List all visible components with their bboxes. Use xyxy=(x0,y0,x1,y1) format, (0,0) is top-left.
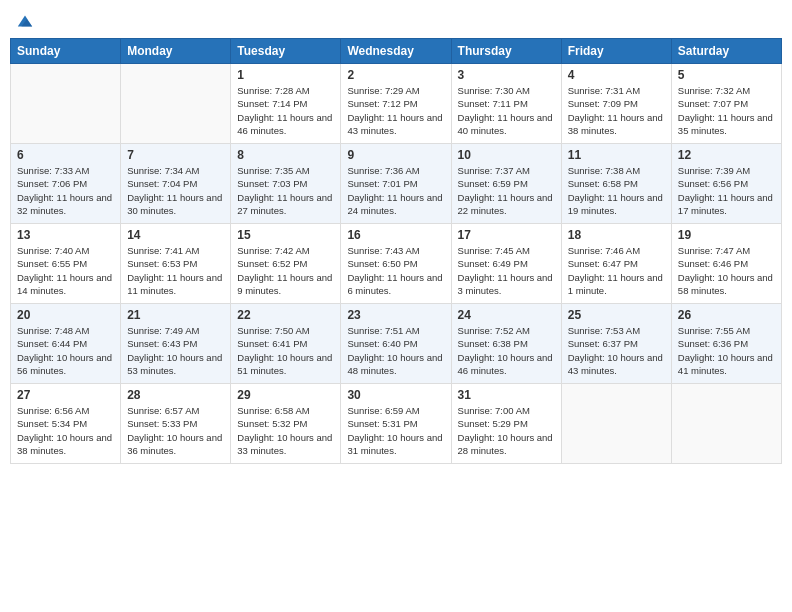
calendar-cell: 16Sunrise: 7:43 AMSunset: 6:50 PMDayligh… xyxy=(341,224,451,304)
day-number: 17 xyxy=(458,228,555,242)
day-info: Sunrise: 7:46 AMSunset: 6:47 PMDaylight:… xyxy=(568,244,665,297)
calendar-cell: 22Sunrise: 7:50 AMSunset: 6:41 PMDayligh… xyxy=(231,304,341,384)
calendar-cell: 9Sunrise: 7:36 AMSunset: 7:01 PMDaylight… xyxy=(341,144,451,224)
day-number: 1 xyxy=(237,68,334,82)
day-number: 23 xyxy=(347,308,444,322)
calendar-cell: 17Sunrise: 7:45 AMSunset: 6:49 PMDayligh… xyxy=(451,224,561,304)
calendar-cell: 12Sunrise: 7:39 AMSunset: 6:56 PMDayligh… xyxy=(671,144,781,224)
calendar-cell: 20Sunrise: 7:48 AMSunset: 6:44 PMDayligh… xyxy=(11,304,121,384)
day-number: 21 xyxy=(127,308,224,322)
calendar-cell: 19Sunrise: 7:47 AMSunset: 6:46 PMDayligh… xyxy=(671,224,781,304)
calendar-cell: 25Sunrise: 7:53 AMSunset: 6:37 PMDayligh… xyxy=(561,304,671,384)
day-number: 28 xyxy=(127,388,224,402)
calendar-cell: 23Sunrise: 7:51 AMSunset: 6:40 PMDayligh… xyxy=(341,304,451,384)
calendar-header-row: SundayMondayTuesdayWednesdayThursdayFrid… xyxy=(11,39,782,64)
calendar-cell xyxy=(561,384,671,464)
calendar-cell: 18Sunrise: 7:46 AMSunset: 6:47 PMDayligh… xyxy=(561,224,671,304)
day-info: Sunrise: 7:32 AMSunset: 7:07 PMDaylight:… xyxy=(678,84,775,137)
day-number: 16 xyxy=(347,228,444,242)
day-number: 5 xyxy=(678,68,775,82)
calendar-week-2: 6Sunrise: 7:33 AMSunset: 7:06 PMDaylight… xyxy=(11,144,782,224)
day-number: 11 xyxy=(568,148,665,162)
calendar-week-3: 13Sunrise: 7:40 AMSunset: 6:55 PMDayligh… xyxy=(11,224,782,304)
day-info: Sunrise: 7:43 AMSunset: 6:50 PMDaylight:… xyxy=(347,244,444,297)
day-number: 12 xyxy=(678,148,775,162)
day-number: 2 xyxy=(347,68,444,82)
day-number: 29 xyxy=(237,388,334,402)
calendar-cell xyxy=(121,64,231,144)
calendar-cell: 15Sunrise: 7:42 AMSunset: 6:52 PMDayligh… xyxy=(231,224,341,304)
day-info: Sunrise: 7:35 AMSunset: 7:03 PMDaylight:… xyxy=(237,164,334,217)
day-number: 20 xyxy=(17,308,114,322)
day-info: Sunrise: 7:51 AMSunset: 6:40 PMDaylight:… xyxy=(347,324,444,377)
calendar-week-1: 1Sunrise: 7:28 AMSunset: 7:14 PMDaylight… xyxy=(11,64,782,144)
day-header-monday: Monday xyxy=(121,39,231,64)
day-number: 30 xyxy=(347,388,444,402)
day-info: Sunrise: 6:57 AMSunset: 5:33 PMDaylight:… xyxy=(127,404,224,457)
day-info: Sunrise: 7:40 AMSunset: 6:55 PMDaylight:… xyxy=(17,244,114,297)
calendar-cell xyxy=(671,384,781,464)
day-info: Sunrise: 7:30 AMSunset: 7:11 PMDaylight:… xyxy=(458,84,555,137)
calendar-cell: 6Sunrise: 7:33 AMSunset: 7:06 PMDaylight… xyxy=(11,144,121,224)
calendar-cell: 26Sunrise: 7:55 AMSunset: 6:36 PMDayligh… xyxy=(671,304,781,384)
day-info: Sunrise: 7:41 AMSunset: 6:53 PMDaylight:… xyxy=(127,244,224,297)
day-number: 24 xyxy=(458,308,555,322)
day-number: 7 xyxy=(127,148,224,162)
day-number: 6 xyxy=(17,148,114,162)
day-number: 3 xyxy=(458,68,555,82)
day-info: Sunrise: 7:48 AMSunset: 6:44 PMDaylight:… xyxy=(17,324,114,377)
day-info: Sunrise: 7:39 AMSunset: 6:56 PMDaylight:… xyxy=(678,164,775,217)
day-number: 10 xyxy=(458,148,555,162)
day-info: Sunrise: 7:33 AMSunset: 7:06 PMDaylight:… xyxy=(17,164,114,217)
day-info: Sunrise: 7:36 AMSunset: 7:01 PMDaylight:… xyxy=(347,164,444,217)
logo-icon xyxy=(16,12,34,30)
calendar-cell: 29Sunrise: 6:58 AMSunset: 5:32 PMDayligh… xyxy=(231,384,341,464)
day-info: Sunrise: 7:52 AMSunset: 6:38 PMDaylight:… xyxy=(458,324,555,377)
day-info: Sunrise: 7:00 AMSunset: 5:29 PMDaylight:… xyxy=(458,404,555,457)
day-number: 22 xyxy=(237,308,334,322)
day-number: 8 xyxy=(237,148,334,162)
day-info: Sunrise: 7:55 AMSunset: 6:36 PMDaylight:… xyxy=(678,324,775,377)
calendar-cell: 2Sunrise: 7:29 AMSunset: 7:12 PMDaylight… xyxy=(341,64,451,144)
calendar-cell: 10Sunrise: 7:37 AMSunset: 6:59 PMDayligh… xyxy=(451,144,561,224)
calendar-cell: 3Sunrise: 7:30 AMSunset: 7:11 PMDaylight… xyxy=(451,64,561,144)
day-header-friday: Friday xyxy=(561,39,671,64)
day-number: 31 xyxy=(458,388,555,402)
calendar-cell: 28Sunrise: 6:57 AMSunset: 5:33 PMDayligh… xyxy=(121,384,231,464)
page-header xyxy=(10,10,782,30)
calendar-cell: 31Sunrise: 7:00 AMSunset: 5:29 PMDayligh… xyxy=(451,384,561,464)
calendar-cell: 8Sunrise: 7:35 AMSunset: 7:03 PMDaylight… xyxy=(231,144,341,224)
day-number: 15 xyxy=(237,228,334,242)
day-number: 25 xyxy=(568,308,665,322)
calendar-cell: 30Sunrise: 6:59 AMSunset: 5:31 PMDayligh… xyxy=(341,384,451,464)
day-info: Sunrise: 7:42 AMSunset: 6:52 PMDaylight:… xyxy=(237,244,334,297)
day-info: Sunrise: 7:29 AMSunset: 7:12 PMDaylight:… xyxy=(347,84,444,137)
day-info: Sunrise: 7:28 AMSunset: 7:14 PMDaylight:… xyxy=(237,84,334,137)
calendar-cell: 1Sunrise: 7:28 AMSunset: 7:14 PMDaylight… xyxy=(231,64,341,144)
calendar-cell: 13Sunrise: 7:40 AMSunset: 6:55 PMDayligh… xyxy=(11,224,121,304)
calendar-table: SundayMondayTuesdayWednesdayThursdayFrid… xyxy=(10,38,782,464)
day-info: Sunrise: 7:38 AMSunset: 6:58 PMDaylight:… xyxy=(568,164,665,217)
day-info: Sunrise: 6:58 AMSunset: 5:32 PMDaylight:… xyxy=(237,404,334,457)
day-number: 18 xyxy=(568,228,665,242)
calendar-cell: 14Sunrise: 7:41 AMSunset: 6:53 PMDayligh… xyxy=(121,224,231,304)
calendar-cell: 5Sunrise: 7:32 AMSunset: 7:07 PMDaylight… xyxy=(671,64,781,144)
day-info: Sunrise: 7:45 AMSunset: 6:49 PMDaylight:… xyxy=(458,244,555,297)
day-header-saturday: Saturday xyxy=(671,39,781,64)
day-number: 4 xyxy=(568,68,665,82)
logo xyxy=(14,10,34,30)
calendar-cell: 21Sunrise: 7:49 AMSunset: 6:43 PMDayligh… xyxy=(121,304,231,384)
day-header-thursday: Thursday xyxy=(451,39,561,64)
calendar-cell: 7Sunrise: 7:34 AMSunset: 7:04 PMDaylight… xyxy=(121,144,231,224)
day-header-wednesday: Wednesday xyxy=(341,39,451,64)
calendar-cell xyxy=(11,64,121,144)
day-number: 13 xyxy=(17,228,114,242)
calendar-cell: 27Sunrise: 6:56 AMSunset: 5:34 PMDayligh… xyxy=(11,384,121,464)
day-number: 19 xyxy=(678,228,775,242)
day-info: Sunrise: 7:34 AMSunset: 7:04 PMDaylight:… xyxy=(127,164,224,217)
calendar-cell: 24Sunrise: 7:52 AMSunset: 6:38 PMDayligh… xyxy=(451,304,561,384)
day-header-sunday: Sunday xyxy=(11,39,121,64)
day-number: 9 xyxy=(347,148,444,162)
day-info: Sunrise: 7:49 AMSunset: 6:43 PMDaylight:… xyxy=(127,324,224,377)
day-header-tuesday: Tuesday xyxy=(231,39,341,64)
